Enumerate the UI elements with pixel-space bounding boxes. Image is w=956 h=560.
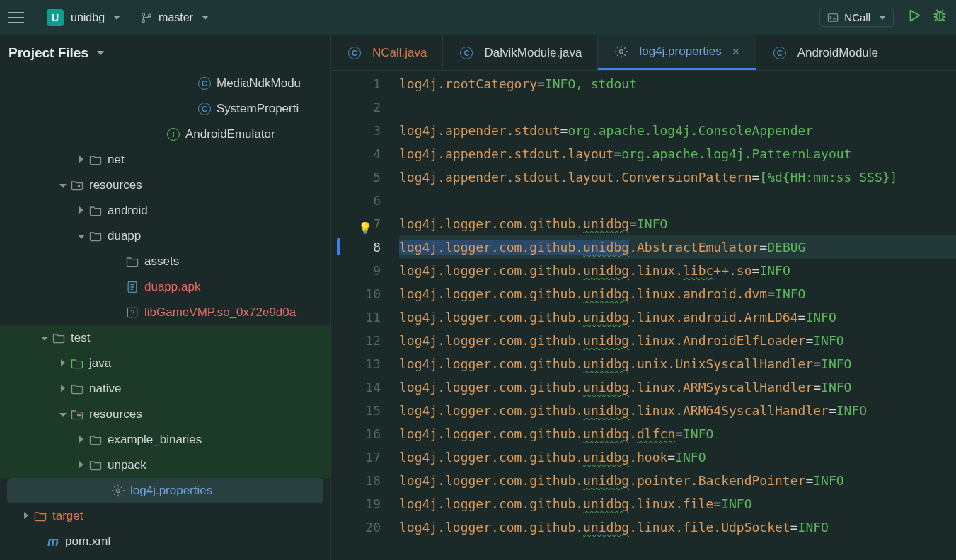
code-line[interactable]: log4j.logger.com.github.unidbg.linux.and… [399, 282, 956, 305]
tree-item[interactable]: android [0, 198, 330, 223]
folder-dot-icon [69, 178, 85, 192]
tree-item-label: AndroidEmulator [185, 127, 275, 141]
circle-c-icon: C [197, 103, 212, 115]
code-line[interactable]: log4j.logger.com.github.unidbg=INFO [399, 212, 956, 235]
circle-c-icon: C [347, 47, 362, 59]
twist-icon[interactable] [20, 511, 33, 521]
tree-item[interactable]: example_binaries [0, 427, 330, 453]
code-line[interactable]: log4j.logger.com.github.unidbg.linux.and… [399, 305, 956, 329]
code-line[interactable]: log4j.logger.com.github.unidbg.AbstractE… [399, 235, 956, 259]
twist-icon[interactable] [57, 358, 69, 368]
debug-button[interactable] [932, 8, 948, 27]
code-line[interactable]: log4j.logger.com.github.unidbg.linux.fil… [399, 492, 956, 515]
twist-icon[interactable] [75, 206, 88, 216]
tree-item[interactable]: log4j.properties [7, 478, 323, 503]
code-line[interactable]: log4j.logger.com.github.unidbg.linux.And… [399, 329, 956, 352]
m-icon: m [45, 535, 61, 549]
tab-label: NCall.java [372, 46, 427, 60]
svg-point-10 [117, 489, 120, 493]
svg-point-0 [142, 13, 145, 16]
code-line[interactable]: log4j.logger.com.github.unidbg.dlfcn=INF… [399, 422, 956, 445]
code-line[interactable]: log4j.logger.com.github.unidbg.linux.fil… [399, 515, 956, 539]
code-line[interactable]: log4j.logger.com.github.unidbg.hook=INFO [399, 445, 956, 469]
tab-label: AndroidModule [797, 46, 878, 60]
tree-item[interactable]: CMediaNdkModu [0, 71, 330, 96]
project-name: unidbg [71, 11, 105, 24]
tree-item[interactable]: assets [0, 249, 330, 274]
code-line[interactable]: log4j.rootCategory=INFO, stdout [399, 72, 956, 95]
svg-point-5 [78, 185, 80, 187]
code-line[interactable]: log4j.logger.com.github.unidbg.pointer.B… [399, 469, 956, 492]
editor-tab[interactable]: CNCall.java [331, 35, 443, 70]
tree-item-label: test [71, 331, 90, 345]
twist-icon[interactable] [75, 460, 88, 470]
code-line[interactable]: log4j.logger.com.github.unidbg.unix.Unix… [399, 352, 956, 375]
line-gutter: 1234567💡891011121314151617181920 [331, 71, 395, 560]
code-line[interactable]: log4j.logger.com.github.unidbg.linux.lib… [399, 259, 956, 282]
tree-item[interactable]: target [0, 503, 330, 529]
tree-item[interactable]: CSystemProperti [0, 96, 330, 122]
tree-item[interactable]: resources [0, 402, 330, 427]
top-toolbar: U unidbg master NCall [0, 0, 956, 35]
folder-orange-icon [33, 509, 48, 523]
code-content[interactable]: log4j.rootCategory=INFO, stdoutlog4j.app… [395, 71, 956, 560]
tree-item-label: example_binaries [108, 433, 202, 447]
tree-item[interactable]: ?libGameVMP.so_0x72e9d0a [0, 300, 330, 325]
chevron-down-icon [113, 16, 120, 20]
branch-name: master [159, 11, 193, 24]
tree-item[interactable]: native [0, 376, 330, 402]
twist-icon[interactable] [38, 333, 51, 343]
project-tree[interactable]: CMediaNdkModuCSystemPropertiIAndroidEmul… [0, 71, 330, 560]
branch-selector[interactable]: master [140, 11, 209, 24]
twist-icon[interactable] [57, 180, 69, 190]
twist-icon[interactable] [75, 155, 88, 165]
tree-item[interactable]: duapp [0, 223, 330, 249]
twist-icon[interactable] [75, 435, 88, 445]
gear-icon [614, 45, 629, 59]
menu-icon[interactable] [8, 9, 25, 26]
twist-icon[interactable] [57, 384, 69, 394]
code-line[interactable] [399, 95, 956, 119]
tree-item[interactable]: net [0, 147, 330, 173]
tree-item-label: native [89, 382, 121, 396]
editor-area: CNCall.javaCDalvikModule.javalog4j.prope… [331, 35, 956, 560]
tree-item[interactable]: IAndroidEmulator [0, 122, 330, 147]
tree-item-label: unpack [108, 458, 146, 472]
tree-item-label: libGameVMP.so_0x72e9d0a [144, 305, 296, 320]
folder-icon [88, 229, 103, 243]
tree-item[interactable]: mpom.xml [0, 529, 330, 554]
tree-item-label: android [108, 204, 148, 218]
code-line[interactable]: log4j.appender.stdout.layout.ConversionP… [399, 165, 956, 189]
twist-icon[interactable] [75, 231, 88, 241]
svg-rect-3 [829, 13, 838, 21]
editor-tab[interactable]: CAndroidModule [756, 35, 894, 70]
tree-item[interactable]: java [0, 351, 330, 376]
run-config-selector[interactable]: NCall [819, 8, 894, 27]
sidebar-header[interactable]: Project Files [0, 35, 330, 71]
code-editor[interactable]: 1234567💡891011121314151617181920 log4j.r… [331, 71, 956, 560]
run-button[interactable] [906, 8, 922, 27]
tree-item-label: duapp.apk [144, 280, 200, 294]
editor-tab[interactable]: log4j.properties✕ [598, 35, 756, 70]
project-icon[interactable]: U [47, 9, 64, 26]
editor-tab[interactable]: CDalvikModule.java [443, 35, 598, 70]
tree-item[interactable]: duapp.apk [0, 274, 330, 300]
code-line[interactable]: log4j.logger.com.github.unidbg.linux.ARM… [399, 375, 956, 399]
tree-item-label: pom.xml [65, 535, 110, 549]
twist-icon[interactable] [57, 409, 69, 419]
editor-tabs: CNCall.javaCDalvikModule.javalog4j.prope… [331, 35, 956, 71]
folder-icon [88, 458, 103, 472]
code-line[interactable] [399, 189, 956, 212]
project-selector[interactable]: unidbg [71, 11, 120, 24]
tree-item[interactable]: unpack [0, 453, 330, 478]
tree-item[interactable]: test [0, 325, 330, 351]
code-line[interactable]: log4j.appender.stdout=org.apache.log4j.C… [399, 119, 956, 142]
folder-icon [88, 204, 103, 218]
tree-item-label: MediaNdkModu [217, 76, 301, 91]
chevron-down-icon [202, 16, 209, 20]
code-line[interactable]: log4j.appender.stdout.layout=org.apache.… [399, 142, 956, 165]
tree-item-label: target [52, 509, 83, 523]
code-line[interactable]: log4j.logger.com.github.unidbg.linux.ARM… [399, 399, 956, 422]
tree-item[interactable]: resources [0, 173, 330, 198]
close-icon[interactable]: ✕ [732, 46, 740, 57]
